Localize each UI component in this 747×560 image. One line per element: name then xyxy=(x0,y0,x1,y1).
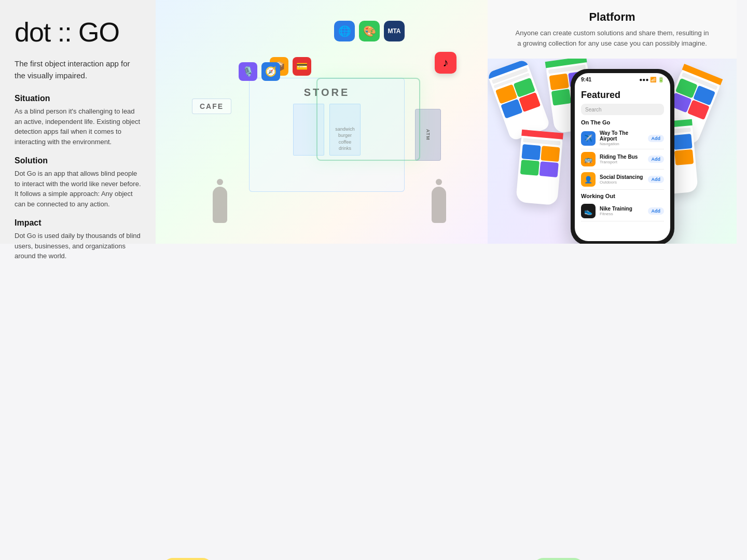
list-item-3: 👤 Social Distancing Outdoors Add xyxy=(581,170,664,190)
section2-label: Working Out xyxy=(581,193,664,199)
item4-text: Nike Training Fitness xyxy=(600,206,644,216)
item2-title: Riding The Bus xyxy=(600,154,644,160)
phone-mockups-area: 9:41 ●●● 📶 🔋 Featured Search On The Go xyxy=(488,59,737,244)
human-figure-right xyxy=(432,179,446,223)
item1-title: Way To The Airport xyxy=(600,130,644,142)
music-icon: ♪ xyxy=(435,52,457,74)
platform-title: Platform xyxy=(503,10,721,24)
status-icons: ●●● 📶 🔋 xyxy=(639,77,664,82)
pill-timer: Timer xyxy=(533,558,584,560)
situation-heading: Situation xyxy=(15,94,141,103)
add-btn-1[interactable]: Add xyxy=(648,135,665,142)
item1-text: Way To The Airport Navigation xyxy=(600,130,644,146)
app-description: The first object interaction app for the… xyxy=(15,58,141,81)
item2-icon: 🚌 xyxy=(581,152,596,166)
situation-text: As a blind person it's challenging to le… xyxy=(15,106,141,147)
item1-icon: ✈️ xyxy=(581,131,596,146)
scattered-phone-5 xyxy=(516,130,563,205)
iphone-content: Featured Search On The Go ✈️ Way To The … xyxy=(575,86,670,241)
impact-heading: Impact xyxy=(15,218,141,228)
floating-icons-2: 🎙️ 🧭 xyxy=(239,62,280,81)
item4-sub: Fitness xyxy=(600,212,644,216)
hero-scene: 🌐 🎨 MTA CAFE STORE sandwichburgercoffeed… xyxy=(156,0,488,244)
atm-label: ATM xyxy=(425,129,431,141)
list-item-4: 👟 Nike Training Fitness Add xyxy=(581,201,664,221)
glow-selection-frame xyxy=(316,78,420,161)
app-icon-blue: 🌐 xyxy=(334,21,355,41)
solution-heading: Solution xyxy=(15,156,141,165)
item3-icon: 👤 xyxy=(581,172,596,187)
item4-title: Nike Training xyxy=(600,206,644,212)
cafe-sign: CAFE xyxy=(192,99,231,114)
list-item-2: 🚌 Riding The Bus Transport Add xyxy=(581,149,664,170)
item2-sub: Transport xyxy=(600,160,644,164)
search-placeholder: Search xyxy=(585,107,602,113)
decorative-pills-row: Oven Timer xyxy=(161,556,586,560)
scattered-phone-1 xyxy=(488,59,551,142)
phones-scattered: 9:41 ●●● 📶 🔋 Featured Search On The Go xyxy=(488,59,737,244)
item3-title: Social Distancing xyxy=(600,174,644,180)
impact-text: Dot Go is used daily by thousands of bli… xyxy=(15,231,141,261)
central-iphone: 9:41 ●●● 📶 🔋 Featured Search On The Go xyxy=(571,69,674,244)
section1-label: On The Go xyxy=(581,119,664,125)
add-btn-4[interactable]: Add xyxy=(648,207,665,215)
item3-text: Social Distancing Outdoors xyxy=(600,174,644,185)
app-icon-mta: MTA xyxy=(384,21,405,41)
hero-app-icons: 🌐 🎨 MTA xyxy=(334,21,405,41)
search-bar: Search xyxy=(581,104,664,115)
platform-panel: Platform Anyone can create custom soluti… xyxy=(488,0,737,244)
item2-text: Riding The Bus Transport xyxy=(600,154,644,164)
dotgo-info-panel: dot :: GO The first object interaction a… xyxy=(0,0,156,244)
add-btn-3[interactable]: Add xyxy=(648,176,665,183)
app-logo: dot :: GO xyxy=(15,17,141,48)
solution-text: Dot Go is an app that allows blind peopl… xyxy=(15,169,141,209)
featured-title: Featured xyxy=(581,90,664,101)
icon-red: 💳 xyxy=(293,57,311,76)
app-icon-green: 🎨 xyxy=(359,21,380,41)
item1-sub: Navigation xyxy=(600,142,644,146)
logo-text: dot :: GO xyxy=(15,17,119,47)
add-btn-2[interactable]: Add xyxy=(648,156,665,163)
human-figure-left xyxy=(213,179,227,223)
status-bar: 9:41 ●●● 📶 🔋 xyxy=(575,73,670,86)
platform-description: Anyone can create custom solutions and s… xyxy=(514,28,711,48)
item3-sub: Outdoors xyxy=(600,180,644,185)
pill-oven: Oven xyxy=(163,558,213,560)
platform-header: Platform Anyone can create custom soluti… xyxy=(488,0,737,59)
iphone-screen: 9:41 ●●● 📶 🔋 Featured Search On The Go xyxy=(575,73,670,241)
list-item-1: ✈️ Way To The Airport Navigation Add xyxy=(581,128,664,149)
item4-icon: 👟 xyxy=(581,204,596,218)
status-time: 9:41 xyxy=(581,77,591,82)
